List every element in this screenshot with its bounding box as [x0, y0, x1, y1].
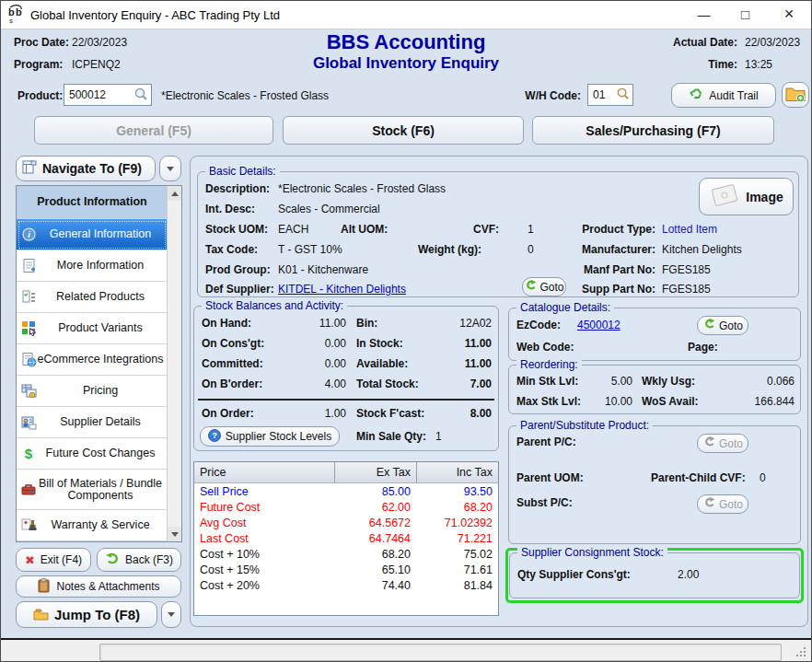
table-row[interactable]: Last Cost64.746471.221 [194, 530, 498, 546]
catalogue-details-group: Catalogue Details: EzCode: 4500012 Goto … [508, 308, 801, 361]
minimize-button[interactable]: — [683, 1, 725, 28]
on-hand-value: 11.00 [282, 317, 346, 330]
navigate-to-button[interactable]: Navigate To (F9) [16, 156, 156, 181]
in-stock-label: In Stock: [356, 337, 403, 350]
price-column-header[interactable]: Price [194, 462, 334, 482]
prod-group-value: K01 - Kitchenware [278, 263, 368, 276]
notes-icon [37, 578, 51, 596]
svg-text:b: b [16, 6, 22, 17]
table-row[interactable]: Cost + 20%74.4081.84 [194, 577, 498, 593]
stock-uom-value: EACH [278, 223, 308, 236]
alt-uom-label: Alt UOM: [341, 223, 388, 236]
status-bar [1, 640, 812, 662]
scroll-up-button[interactable] [168, 186, 181, 201]
description-value: *Electronic Scales - Frosted Glass [278, 182, 446, 195]
on-order-value: 1.00 [282, 407, 346, 420]
tab-stock[interactable]: Stock (F6) [283, 116, 524, 145]
pricing-icon [20, 383, 37, 400]
scroll-down-icon [171, 532, 179, 537]
product-code-value: 500012 [69, 88, 133, 101]
def-supplier-label: Def Supplier: [205, 283, 274, 296]
parent-substitute-group: Parent/Substitute Product: Parent P/C: G… [508, 425, 801, 544]
actual-date-label: Actual Date: [636, 36, 737, 49]
available-value: 11.00 [409, 357, 492, 370]
ex-tax-column-header[interactable]: Ex Tax [334, 462, 416, 482]
sidebar-scrollbar[interactable] [167, 186, 181, 541]
int-desc-value: Scales - Commercial [278, 203, 380, 215]
sidebar-item-label: Future Cost Changes [26, 447, 159, 459]
product-type-value: Lotted Item [662, 223, 717, 236]
close-button[interactable]: × [766, 1, 812, 28]
exit-label: Exit (F4) [41, 553, 82, 566]
svg-text:?: ? [212, 431, 217, 440]
parent-child-cvf-label: Parent-Child CVF: [651, 471, 746, 484]
navigate-dropdown-button[interactable] [159, 156, 181, 181]
wh-code-input[interactable]: 01 [587, 84, 633, 106]
jump-dropdown-button[interactable] [161, 601, 181, 628]
goto-disabled-icon [702, 436, 715, 450]
parent-child-cvf-value: 0 [760, 471, 766, 484]
jump-to-label: Jump To (F8) [54, 607, 140, 622]
min-sale-qty-value: 1 [435, 430, 442, 443]
total-stock-value: 7.00 [409, 377, 492, 390]
supp-part-value: FGES185 [662, 283, 711, 296]
substitute-goto-button: Goto [697, 494, 748, 514]
product-type-label: Product Type: [511, 223, 655, 236]
product-search-icon[interactable] [133, 87, 148, 104]
table-row[interactable]: Future Cost62.0068.20 [194, 499, 498, 515]
image-button[interactable]: Image [699, 178, 794, 215]
sidebar-item-related-products[interactable]: Related Products [17, 282, 168, 313]
bin-value: 12A02 [409, 317, 492, 330]
stock-balances-group: Stock Balances and Activity: On Hand: 11… [193, 306, 499, 451]
sidebar-item-ecommerce-integrations[interactable]: eCommerce Integrations [17, 344, 168, 376]
resize-grip[interactable] [796, 647, 807, 658]
sidebar-item-general-information[interactable]: i General Information [17, 219, 168, 250]
sidebar-item-label: More Information [37, 260, 147, 272]
basic-details-title: Basic Details: [205, 165, 280, 178]
info-icon: i [20, 226, 37, 243]
folder-add-button[interactable] [782, 82, 809, 108]
notes-attachments-button[interactable]: Notes & Attachments [16, 575, 181, 598]
audit-trail-button[interactable]: Audit Trail [671, 83, 776, 108]
related-products-icon [20, 289, 37, 306]
table-row[interactable]: Cost + 10%68.2075.02 [194, 546, 498, 562]
back-button[interactable]: Back (F3) [97, 548, 181, 572]
wh-search-icon[interactable] [616, 87, 630, 103]
ezcode-link[interactable]: 4500012 [577, 319, 621, 331]
scroll-down-button[interactable] [168, 527, 181, 541]
product-description: *Electronic Scales - Frosted Glass [161, 89, 329, 102]
navigate-to-label: Navigate To (F9) [42, 161, 142, 176]
ezcode-goto-button[interactable]: Goto [697, 316, 748, 335]
table-row[interactable]: Avg Cost64.567271.02392 [194, 515, 498, 530]
chevron-down-icon [167, 167, 174, 171]
def-supplier-link[interactable]: KITDEL - Kitchen Delights [278, 283, 406, 296]
product-input[interactable]: 500012 [64, 84, 152, 106]
sidebar-item-warranty-service[interactable]: Warranty & Service [17, 510, 168, 541]
reordering-group: Reordering: Min Stk Lvl: 5.00 Wkly Usg: … [508, 365, 801, 414]
minimize-icon: — [698, 7, 711, 22]
exit-icon: ✖ [25, 553, 35, 567]
table-row[interactable]: Cost + 15%65.1071.61 [194, 562, 498, 577]
sidebar-item-more-information[interactable]: More Information [17, 250, 168, 282]
sidebar-item-label: Related Products [36, 291, 148, 303]
sidebar-item-pricing[interactable]: Pricing [17, 376, 168, 407]
supplier-stock-levels-button[interactable]: ? Supplier Stock Levels [200, 426, 340, 447]
goto-label: Goto [719, 437, 743, 450]
recycle-icon [689, 87, 703, 104]
parent-uom-label: Parent UOM: [516, 471, 584, 484]
table-row[interactable]: Sell Price85.0093.50 [194, 483, 498, 499]
sidebar-item-product-variants[interactable]: Product Variants [17, 313, 168, 344]
sidebar-item-supplier-details[interactable]: Supplier Details [17, 407, 168, 438]
inc-tax-column-header[interactable]: Inc Tax [416, 462, 498, 482]
tab-sales-purchasing[interactable]: Sales/Purchasing (F7) [532, 116, 774, 145]
jump-to-button[interactable]: Jump To (F8) [16, 601, 157, 628]
sidebar-item-bill-of-materials[interactable]: Bill of Materials / Bundle Components [17, 470, 168, 510]
goto-label: Goto [719, 498, 743, 511]
exit-button[interactable]: ✖ Exit (F4) [16, 548, 91, 572]
sidebar-item-future-cost-changes[interactable]: $ Future Cost Changes [17, 438, 168, 470]
wh-code-label: W/H Code: [513, 89, 581, 102]
prod-group-label: Prod Group: [205, 263, 271, 276]
more-information-icon [20, 258, 37, 274]
parent-substitute-title: Parent/Substitute Product: [516, 419, 653, 432]
maximize-button[interactable]: □ [725, 1, 766, 28]
